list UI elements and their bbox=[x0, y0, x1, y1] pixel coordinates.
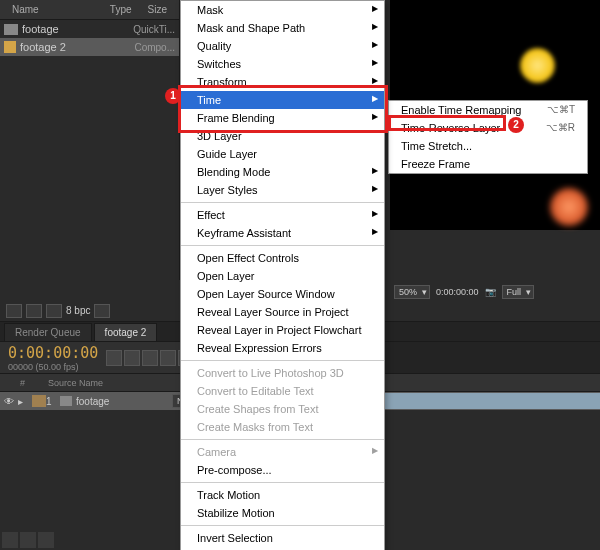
menu-item-time[interactable]: Time bbox=[181, 91, 384, 109]
switch-icon[interactable] bbox=[106, 350, 122, 366]
item-name: footage 2 bbox=[20, 41, 66, 53]
menu-item-open-layer-source-window[interactable]: Open Layer Source Window bbox=[181, 285, 384, 303]
bokeh-light bbox=[520, 48, 555, 83]
footer-icon[interactable] bbox=[2, 532, 18, 548]
submenu-item-time-reverse-layer[interactable]: Time-Reverse Layer⌥⌘R bbox=[389, 119, 587, 137]
submenu-item-enable-time-remapping[interactable]: Enable Time Remapping⌥⌘T bbox=[389, 101, 587, 119]
menu-item-reveal-layer-in-project-flowchart[interactable]: Reveal Layer in Project Flowchart bbox=[181, 321, 384, 339]
menu-item-convert-to-editable-text: Convert to Editable Text bbox=[181, 382, 384, 400]
menu-item-quality[interactable]: Quality bbox=[181, 37, 384, 55]
menu-item-transform[interactable]: Transform bbox=[181, 73, 384, 91]
project-row-footage[interactable]: footage QuickTi... bbox=[0, 20, 179, 38]
menu-item-switches[interactable]: Switches bbox=[181, 55, 384, 73]
footer-icon[interactable] bbox=[20, 532, 36, 548]
timeline-footer-icons bbox=[2, 532, 54, 548]
menu-item-mask-and-shape-path[interactable]: Mask and Shape Path bbox=[181, 19, 384, 37]
menu-item-camera: Camera bbox=[181, 443, 384, 461]
item-type: Compo... bbox=[134, 42, 175, 53]
menu-item-blending-mode[interactable]: Blending Mode bbox=[181, 163, 384, 181]
menu-separator bbox=[181, 360, 384, 361]
menu-item-guide-layer[interactable]: Guide Layer bbox=[181, 145, 384, 163]
toolbar-btn[interactable] bbox=[6, 304, 22, 318]
menu-separator bbox=[181, 482, 384, 483]
bokeh-light bbox=[550, 188, 588, 226]
switch-icon[interactable] bbox=[124, 350, 140, 366]
menu-item-convert-to-live-photoshop-3d: Convert to Live Photoshop 3D bbox=[181, 364, 384, 382]
time-submenu: Enable Time Remapping⌥⌘TTime-Reverse Lay… bbox=[388, 100, 588, 174]
item-name: footage bbox=[22, 23, 59, 35]
preview-controls: 50% 0:00:00:00 📷 Full bbox=[390, 283, 598, 301]
menu-separator bbox=[181, 439, 384, 440]
menu-item-layer-styles[interactable]: Layer Styles bbox=[181, 181, 384, 199]
project-panel: Name Type Size footage QuickTi... footag… bbox=[0, 0, 180, 280]
item-type: QuickTi... bbox=[133, 24, 175, 35]
menu-item-reveal-expression-errors[interactable]: Reveal Expression Errors bbox=[181, 339, 384, 357]
quality-dropdown[interactable]: Full bbox=[502, 285, 535, 299]
layer-name[interactable]: footage bbox=[72, 396, 172, 407]
tab-render-queue[interactable]: Render Queue bbox=[4, 323, 92, 341]
menu-separator bbox=[181, 202, 384, 203]
eye-icon[interactable]: 👁 bbox=[4, 396, 18, 407]
col-type[interactable]: Type bbox=[102, 2, 140, 17]
menu-item-reveal-layer-source-in-project[interactable]: Reveal Layer Source in Project bbox=[181, 303, 384, 321]
menu-item-open-layer[interactable]: Open Layer bbox=[181, 267, 384, 285]
menu-separator bbox=[181, 525, 384, 526]
menu-item-open-effect-controls[interactable]: Open Effect Controls bbox=[181, 249, 384, 267]
col-source[interactable]: Source Name bbox=[48, 378, 188, 388]
fps-label: 00000 (50.00 fps) bbox=[0, 362, 106, 372]
layer-color[interactable] bbox=[32, 395, 46, 407]
switch-icon[interactable] bbox=[160, 350, 176, 366]
tab-footage2[interactable]: footage 2 bbox=[94, 323, 158, 341]
menu-item-create-masks-from-text: Create Masks from Text bbox=[181, 418, 384, 436]
project-columns: Name Type Size bbox=[0, 0, 179, 20]
menu-item-keyframe-assistant[interactable]: Keyframe Assistant bbox=[181, 224, 384, 242]
comp-icon bbox=[4, 41, 16, 53]
resolution-dropdown[interactable]: 50% bbox=[394, 285, 430, 299]
toolbar-btn[interactable] bbox=[46, 304, 62, 318]
annotation-badge-1: 1 bbox=[165, 88, 181, 104]
menu-item-frame-blending[interactable]: Frame Blending bbox=[181, 109, 384, 127]
toolbar-btn[interactable] bbox=[26, 304, 42, 318]
project-row-footage2[interactable]: footage 2 Compo... bbox=[0, 38, 179, 56]
annotation-badge-2: 2 bbox=[508, 117, 524, 133]
menu-item-create-shapes-from-text: Create Shapes from Text bbox=[181, 400, 384, 418]
video-icon bbox=[4, 24, 18, 35]
menu-item-effect[interactable]: Effect bbox=[181, 206, 384, 224]
trash-icon[interactable] bbox=[94, 304, 110, 318]
submenu-item-time-stretch-[interactable]: Time Stretch... bbox=[389, 137, 587, 155]
camera-icon[interactable]: 📷 bbox=[485, 287, 496, 297]
switch-icon[interactable] bbox=[142, 350, 158, 366]
bpc-label[interactable]: 8 bpc bbox=[66, 305, 90, 316]
menu-item-pre-compose-[interactable]: Pre-compose... bbox=[181, 461, 384, 479]
menu-item-track-motion[interactable]: Track Motion bbox=[181, 486, 384, 504]
current-time[interactable]: 0:00:00:00 bbox=[0, 344, 106, 362]
menu-item-mask[interactable]: Mask bbox=[181, 1, 384, 19]
preview-time[interactable]: 0:00:00:00 bbox=[436, 287, 479, 297]
layer-context-menu: MaskMask and Shape PathQualitySwitchesTr… bbox=[180, 0, 385, 550]
menu-item-3d-layer[interactable]: 3D Layer bbox=[181, 127, 384, 145]
menu-item-invert-selection[interactable]: Invert Selection bbox=[181, 529, 384, 547]
col-size[interactable]: Size bbox=[140, 2, 175, 17]
video-icon bbox=[60, 396, 72, 406]
menu-separator bbox=[181, 245, 384, 246]
menu-item-stabilize-motion[interactable]: Stabilize Motion bbox=[181, 504, 384, 522]
layer-number: 1 bbox=[46, 396, 60, 407]
submenu-item-freeze-frame[interactable]: Freeze Frame bbox=[389, 155, 587, 173]
col-name[interactable]: Name bbox=[4, 2, 47, 17]
footer-icon[interactable] bbox=[38, 532, 54, 548]
